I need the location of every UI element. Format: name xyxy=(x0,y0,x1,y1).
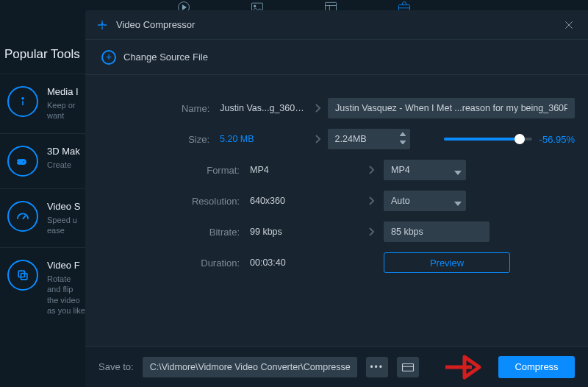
resolution-select[interactable] xyxy=(384,191,466,211)
size-step-up[interactable] xyxy=(398,131,407,138)
browse-button[interactable]: ••• xyxy=(366,357,388,377)
sidebar-item-sub: Speed u ease xyxy=(47,215,85,236)
sidebar-item-title: Video S xyxy=(47,201,85,212)
save-to-label: Save to: xyxy=(98,361,134,372)
size-stepper[interactable] xyxy=(328,129,410,149)
compress-icon xyxy=(96,18,109,32)
sidebar-item-3dmaker[interactable]: 3D 3D Mak Create xyxy=(0,133,85,188)
info-icon xyxy=(7,86,38,117)
sidebar-item-videoflip[interactable]: Video F Rotate and flip the video as you… xyxy=(0,247,85,327)
format-select[interactable] xyxy=(384,160,466,180)
3d-icon: 3D xyxy=(7,146,38,177)
orig-size: 5.20 MB xyxy=(220,134,309,144)
copy-icon xyxy=(7,260,38,291)
name-input[interactable] xyxy=(328,98,575,118)
label-bitrate: Bitrate: xyxy=(85,227,250,238)
sidebar-item-sub: Create xyxy=(47,160,80,170)
background-sidebar: Popular Tools Media I Keep or want 3D 3D… xyxy=(0,35,85,387)
save-path-input[interactable] xyxy=(143,357,357,377)
popular-tools-header: Popular Tools xyxy=(0,35,85,74)
dialog-title: Video Compressor xyxy=(116,19,560,30)
label-resolution: Resolution: xyxy=(85,196,250,207)
slider-fill xyxy=(444,138,520,141)
plus-icon xyxy=(101,50,116,65)
size-slider[interactable] xyxy=(444,138,532,141)
row-name: Name: Justin Vas...g_360P.mp4 xyxy=(85,93,575,124)
svg-point-5 xyxy=(22,98,24,99)
sidebar-item-title: Media I xyxy=(47,86,85,97)
change-source-row[interactable]: Change Source File xyxy=(85,40,588,75)
chevron-right-icon xyxy=(360,165,384,175)
open-folder-button[interactable] xyxy=(397,357,419,377)
sidebar-item-title: 3D Mak xyxy=(47,146,80,157)
save-path-field[interactable] xyxy=(143,357,357,377)
orig-name: Justin Vas...g_360P.mp4 xyxy=(220,103,309,113)
resolution-select-value[interactable] xyxy=(384,191,466,211)
chevron-right-icon xyxy=(360,227,384,237)
sidebar-item-media[interactable]: Media I Keep or want xyxy=(0,74,85,133)
dialog-body: Name: Justin Vas...g_360P.mp4 Size: 5.20… xyxy=(85,75,588,346)
compress-button[interactable]: Compress xyxy=(498,356,575,378)
video-compressor-dialog: Video Compressor Change Source File Name… xyxy=(85,10,588,387)
callout-arrow-icon xyxy=(442,352,490,382)
format-select-value[interactable] xyxy=(384,160,466,180)
dialog-footer: Save to: ••• Compress xyxy=(85,346,588,387)
row-bitrate: Bitrate: 99 kbps xyxy=(85,216,575,247)
preview-button[interactable]: Preview xyxy=(384,252,510,273)
row-resolution: Resolution: 640x360 xyxy=(85,185,575,216)
orig-bitrate: 99 kbps xyxy=(250,227,360,237)
gauge-icon xyxy=(7,201,38,232)
label-size: Size: xyxy=(85,134,220,145)
chevron-right-icon xyxy=(309,134,328,144)
svg-text:3D: 3D xyxy=(18,157,26,165)
close-button[interactable] xyxy=(560,16,578,34)
sidebar-item-sub: Keep or want xyxy=(47,100,85,121)
chevron-right-icon xyxy=(360,196,384,206)
orig-format: MP4 xyxy=(250,165,360,175)
chevron-right-icon xyxy=(309,103,328,113)
row-size: Size: 5.20 MB -56.95% xyxy=(85,124,575,155)
dialog-titlebar: Video Compressor xyxy=(85,10,588,40)
svg-point-2 xyxy=(254,5,256,7)
row-format: Format: MP4 xyxy=(85,155,575,185)
label-format: Format: xyxy=(85,165,250,176)
size-percent: -56.95% xyxy=(539,134,575,145)
sidebar-item-videospeed[interactable]: Video S Speed u ease xyxy=(0,188,85,248)
sidebar-item-sub: Rotate and flip the video as you like xyxy=(47,274,85,316)
orig-duration: 00:03:40 xyxy=(250,258,360,268)
label-duration: Duration: xyxy=(85,258,250,269)
sidebar-item-title: Video F xyxy=(47,260,85,271)
size-step-down[interactable] xyxy=(398,139,407,146)
bitrate-value xyxy=(384,221,490,242)
svg-rect-9 xyxy=(402,363,413,371)
slider-thumb[interactable] xyxy=(514,134,525,144)
orig-resolution: 640x360 xyxy=(250,196,360,206)
label-name: Name: xyxy=(85,103,220,114)
change-source-label: Change Source File xyxy=(123,52,208,63)
row-duration: Duration: 00:03:40 Preview xyxy=(85,247,575,278)
